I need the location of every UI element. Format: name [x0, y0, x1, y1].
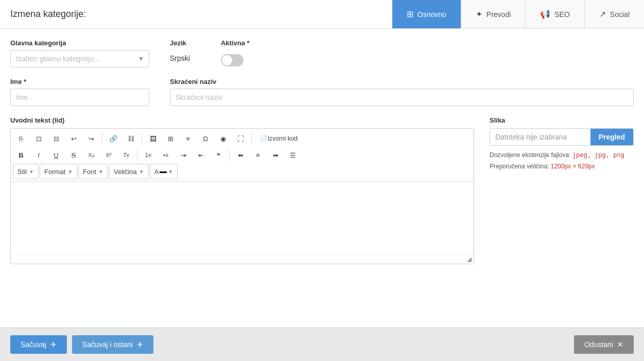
save-button[interactable]: Sačuvaj ✈ — [10, 335, 67, 354]
aktivna-label: Aktivna * — [221, 39, 250, 47]
separator-5 — [229, 149, 230, 161]
skraceni-naziv-input[interactable] — [170, 89, 634, 106]
save-label: Sačuvaj — [21, 340, 46, 349]
font-dropdown[interactable]: Font ▼ — [78, 164, 108, 179]
tab-seo-label: SEO — [554, 10, 570, 19]
chevron-down-icon: ▼ — [67, 169, 73, 175]
color-dropdown[interactable]: A ▼ — [150, 164, 178, 179]
link-btn[interactable]: 🔗 — [105, 131, 121, 146]
page-title: Izmena kategorije: — [0, 9, 392, 20]
embed-btn[interactable]: ◉ — [215, 131, 231, 146]
image-btn[interactable]: 🖼 — [145, 131, 161, 146]
social-icon: ↗ — [599, 9, 606, 19]
copy-btn[interactable]: ⎘ — [13, 131, 29, 146]
bottom-left-actions: Sačuvaj ✈ Sačuvaj i ostani ✈ — [10, 335, 153, 354]
chevron-down-icon: ▼ — [29, 169, 34, 175]
cancel-button[interactable]: Odustani ✕ — [574, 335, 634, 354]
paste-btn[interactable]: ⊟ — [48, 131, 64, 146]
justify-btn[interactable]: ☰ — [285, 147, 301, 163]
format-dropdown[interactable]: Format ▼ — [40, 164, 77, 179]
jezik-label: Jezik — [170, 39, 190, 47]
outdent-btn[interactable]: ⇤ — [193, 147, 209, 163]
separator-4 — [137, 149, 137, 161]
bottom-bar: Sačuvaj ✈ Sačuvaj i ostani ✈ Odustani ✕ — [0, 328, 644, 361]
color-indicator — [160, 171, 167, 173]
color-label: A — [154, 168, 159, 176]
uvodni-tekst-label: Uvodni tekst (lid) — [10, 116, 474, 124]
save-stay-label: Sačuvaj i ostani — [82, 340, 133, 349]
toolbar-row-dropdowns: Stil ▼ Format ▼ Font ▼ Veličina — [13, 164, 472, 179]
recommended-value: 1200px × 620px — [551, 163, 595, 170]
remove-format-btn[interactable]: Tx — [118, 147, 134, 163]
allowed-values: jpeg, jpg, png — [572, 151, 624, 159]
aktivna-toggle[interactable] — [221, 54, 243, 66]
save-stay-button[interactable]: Sačuvaj i ostani ✈ — [72, 335, 153, 354]
file-input-row: Datoteka nije izabrana Pregled — [490, 128, 634, 146]
separator-1 — [102, 132, 102, 145]
special-chars-btn[interactable]: Ω — [197, 131, 214, 146]
velicina-dropdown[interactable]: Veličina ▼ — [109, 164, 149, 179]
undo-btn[interactable]: ↩ — [65, 131, 82, 146]
osnovno-icon: ⊞ — [407, 9, 413, 19]
superscript-btn[interactable]: X² — [100, 147, 117, 163]
save-stay-icon: ✈ — [137, 340, 143, 349]
align-right-btn[interactable]: ➡ — [267, 147, 284, 163]
editor-resize-handle: ◢ — [11, 254, 474, 264]
glavna-kategorija-select[interactable]: Izaberi glavnu kategoriju... — [10, 50, 149, 67]
source-code-label: Izvorni kod — [268, 135, 298, 142]
cut-btn[interactable]: ⊡ — [30, 131, 47, 146]
redo-btn[interactable]: ↪ — [83, 131, 99, 146]
skraceni-naziv-label: Skraćeni naziv — [170, 78, 634, 85]
glavna-kategorija-label: Glavna kategorija — [10, 39, 149, 47]
source-code-btn[interactable]: 📄 Izvorni kod — [254, 131, 303, 146]
toolbar-row-1: ⎘ ⊡ ⊟ ↩ ↪ 🔗 ⛓ 🖼 ⊞ ≡ Ω ◉ ⛶ — [13, 131, 472, 146]
cancel-label: Odustani — [584, 340, 613, 349]
table-btn[interactable]: ⊞ — [162, 131, 179, 146]
chevron-down-icon: ▼ — [98, 169, 103, 175]
format-label: Format — [44, 168, 65, 176]
glavna-kategorija-select-wrapper: Izaberi glavnu kategoriju... ▼ — [10, 50, 149, 67]
stil-dropdown[interactable]: Stil ▼ — [13, 164, 39, 179]
align-left-btn[interactable]: ⬅ — [232, 147, 249, 163]
chevron-down-icon: ▼ — [139, 169, 144, 175]
unlink-btn[interactable]: ⛓ — [123, 131, 139, 146]
tab-prevodi-label: Prevodi — [486, 10, 511, 19]
velicina-label: Veličina — [114, 168, 137, 176]
ordered-list-btn[interactable]: 1≡ — [140, 147, 156, 163]
editor-container: ⎘ ⊡ ⊟ ↩ ↪ 🔗 ⛓ 🖼 ⊞ ≡ Ω ◉ ⛶ — [10, 128, 474, 264]
file-input-text: Datoteka nije izabrana — [490, 129, 590, 145]
align-center-btn[interactable]: ≡ — [250, 147, 266, 163]
slika-section: Datoteka nije izabrana Pregled Dozvoljen… — [490, 128, 634, 172]
strikethrough-btn[interactable]: S — [65, 147, 82, 163]
subscript-btn[interactable]: X₂ — [83, 147, 99, 163]
tab-social[interactable]: ↗ Social — [584, 0, 644, 28]
font-label: Font — [83, 168, 96, 176]
tab-social-label: Social — [610, 10, 630, 19]
file-info: Dozvoljene ekstenzije fajlova: jpeg, jpg… — [490, 150, 634, 172]
separator-2 — [142, 132, 142, 145]
recommended-label: Preporučena veličina: — [490, 163, 549, 170]
tab-seo[interactable]: 📢 SEO — [525, 0, 584, 28]
cancel-icon: ✕ — [617, 340, 623, 349]
blockquote-btn[interactable]: ❝ — [210, 147, 227, 163]
editor-body[interactable] — [11, 182, 474, 254]
chevron-down-icon: ▼ — [168, 169, 173, 175]
prevodi-icon: ✦ — [476, 9, 482, 19]
save-icon: ✈ — [50, 340, 57, 349]
underline-btn[interactable]: U — [48, 147, 64, 163]
unordered-list-btn[interactable]: •≡ — [158, 147, 174, 163]
fullscreen-btn[interactable]: ⛶ — [232, 131, 249, 146]
stil-label: Stil — [18, 168, 27, 176]
pregled-button[interactable]: Pregled — [590, 129, 633, 145]
align-btn[interactable]: ≡ — [180, 131, 196, 146]
bold-btn[interactable]: B — [13, 147, 29, 163]
separator-3 — [251, 132, 252, 145]
ime-input[interactable] — [10, 89, 149, 106]
italic-btn[interactable]: I — [30, 147, 47, 163]
tab-prevodi[interactable]: ✦ Prevodi — [461, 0, 525, 28]
indent-btn[interactable]: ⇥ — [175, 147, 192, 163]
allowed-label: Dozvoljene ekstenzije fajlova: — [490, 151, 570, 159]
tab-osnovno[interactable]: ⊞ Osnovno — [392, 0, 461, 28]
ime-label: Ime * — [10, 78, 149, 85]
top-tabs: ⊞ Osnovno ✦ Prevodi 📢 SEO ↗ Social — [392, 0, 644, 28]
